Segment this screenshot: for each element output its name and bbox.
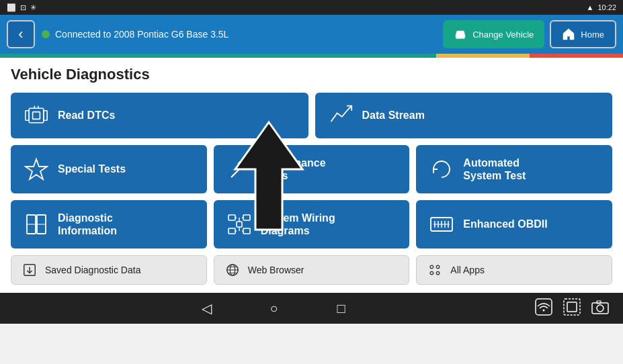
home-icon: [562, 28, 575, 41]
row-3: DiagnosticInformation System WiringDiag: [11, 200, 612, 248]
read-dtcs-label: Read DTCs: [58, 109, 115, 122]
read-dtcs-tile[interactable]: Read DTCs: [11, 93, 308, 138]
status-bar: ⬜ ⊡ ✳ ▲ 10:22: [0, 0, 623, 15]
svg-rect-3: [26, 111, 29, 120]
maintenance-tests-label: MaintenanceTests: [261, 156, 326, 182]
data-stream-label: Data Stream: [362, 109, 425, 122]
home-label: Home: [581, 30, 604, 40]
status-bar-left: ⬜ ⊡ ✳: [7, 3, 36, 12]
enhanced-obdii-tile[interactable]: Enhanced OBDII: [416, 200, 612, 248]
engine-icon: [24, 103, 48, 128]
back-button[interactable]: ‹: [7, 20, 35, 48]
svg-point-45: [430, 265, 433, 269]
maintenance-tests-tile[interactable]: MaintenanceTests: [214, 145, 410, 193]
svg-point-12: [241, 160, 249, 168]
svg-rect-24: [243, 228, 250, 234]
svg-rect-4: [29, 108, 44, 123]
svg-point-50: [543, 309, 545, 311]
svg-rect-6: [33, 112, 40, 120]
status-icon-2: ⊡: [20, 3, 26, 12]
svg-rect-49: [536, 299, 552, 315]
nav-home-button[interactable]: ○: [261, 295, 288, 322]
star-icon: [24, 157, 48, 181]
special-tests-tile[interactable]: Special Tests: [11, 145, 207, 193]
time-display: 10:22: [597, 3, 616, 11]
screenshot-icon: [563, 298, 581, 320]
connection-info: Connected to 2008 Pontiac G6 Base 3.5L: [42, 29, 436, 40]
status-icon-1: ⬜: [7, 3, 16, 12]
change-vehicle-label: Change Vehicle: [472, 30, 534, 40]
svg-point-0: [457, 36, 459, 38]
diagnostic-info-label: DiagnosticInformation: [58, 212, 117, 237]
chart-icon: [329, 103, 353, 128]
nav-back-button[interactable]: ◁: [194, 295, 220, 322]
row-4: Saved Diagnostic Data Web Browser: [11, 255, 612, 285]
svg-point-47: [430, 271, 433, 275]
enhanced-obdii-label: Enhanced OBDII: [463, 218, 547, 230]
all-apps-label: All Apps: [450, 265, 485, 275]
svg-line-13: [231, 175, 234, 177]
data-stream-tile[interactable]: Data Stream: [315, 93, 613, 138]
svg-point-1: [462, 36, 464, 38]
diagnostic-information-tile[interactable]: DiagnosticInformation: [11, 200, 207, 248]
bottom-right-icons: [534, 298, 610, 320]
svg-point-46: [437, 265, 440, 269]
svg-rect-23: [243, 215, 250, 220]
automated-system-test-tile[interactable]: AutomatedSystem Test: [416, 145, 612, 193]
system-wiring-diagrams-label: System WiringDiagrams: [261, 212, 335, 237]
svg-marker-10: [26, 159, 47, 179]
change-vehicle-button[interactable]: Change Vehicle: [443, 20, 544, 48]
page-title: Vehicle Diagnostics: [11, 66, 612, 83]
wrench-icon: [227, 157, 251, 181]
wifi-status-icon: ▲: [587, 3, 594, 11]
header-bar: ‹ Connected to 2008 Pontiac G6 Base 3.5L…: [0, 15, 623, 54]
system-wiring-diagrams-tile[interactable]: System WiringDiagrams: [214, 200, 410, 248]
status-icon-3: ✳: [30, 3, 36, 12]
automated-system-test-label: AutomatedSystem Test: [463, 156, 526, 182]
tile-grid: Read DTCs Data Stream Special Tests: [11, 93, 612, 285]
svg-point-54: [597, 305, 604, 312]
row-2: Special Tests MaintenanceTests Automated…: [11, 145, 612, 193]
obdii-icon: [429, 212, 454, 236]
connection-text: Connected to 2008 Pontiac G6 Base 3.5L: [55, 29, 229, 40]
special-tests-label: Special Tests: [58, 163, 126, 175]
camera-icon: [591, 298, 610, 319]
svg-rect-20: [229, 215, 235, 220]
back-icon: ‹: [18, 26, 23, 43]
saved-diagnostic-data-tile[interactable]: Saved Diagnostic Data: [11, 255, 207, 285]
svg-line-11: [233, 167, 242, 176]
main-content: Vehicle Diagnostics Read DTCs: [0, 58, 623, 293]
car-icon: [454, 28, 467, 41]
svg-rect-21: [237, 222, 242, 227]
svg-rect-22: [229, 228, 235, 234]
refresh-icon: [429, 157, 454, 181]
header-buttons: Change Vehicle Home: [443, 20, 616, 48]
svg-rect-5: [44, 111, 47, 120]
globe-icon: [225, 263, 240, 277]
web-browser-label: Web Browser: [248, 265, 304, 275]
connection-status-dot: [42, 30, 50, 38]
svg-point-48: [437, 271, 440, 275]
web-browser-tile[interactable]: Web Browser: [214, 255, 410, 285]
bottom-nav-bar: ◁ ○ □: [0, 293, 623, 324]
svg-rect-52: [567, 302, 577, 312]
home-button[interactable]: Home: [550, 20, 616, 48]
book-icon: [24, 212, 48, 236]
row-1: Read DTCs Data Stream: [11, 93, 612, 138]
save-icon: [22, 263, 37, 277]
svg-line-15: [243, 164, 246, 167]
svg-rect-51: [564, 299, 580, 315]
wiring-icon: [227, 212, 251, 236]
saved-diagnostic-label: Saved Diagnostic Data: [45, 265, 140, 275]
status-bar-right: ▲ 10:22: [587, 3, 616, 11]
wifi-icon: [534, 298, 553, 320]
apps-icon: [427, 263, 442, 277]
nav-recent-button[interactable]: □: [328, 295, 355, 322]
all-apps-tile[interactable]: All Apps: [416, 255, 612, 285]
